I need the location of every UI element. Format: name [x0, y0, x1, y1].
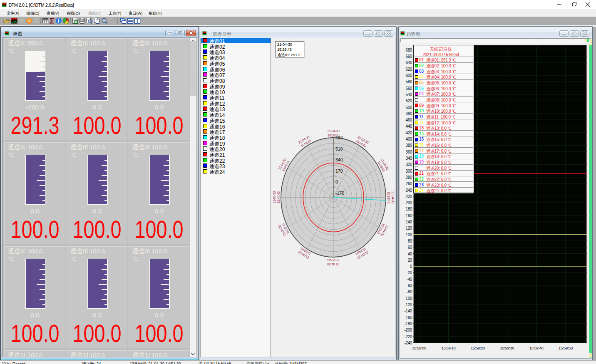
svg-text:15:29:43: 15:29:43	[327, 258, 339, 262]
svg-text:21-04-30: 21-04-30	[327, 262, 340, 266]
svg-text:340: 340	[335, 157, 343, 162]
svg-text:15:14:43: 15:14:43	[387, 192, 390, 204]
svg-text:14:59:43: 14:59:43	[328, 134, 340, 137]
svg-text:170: 170	[335, 168, 343, 173]
svg-text:21-04-30: 21-04-30	[391, 191, 395, 204]
svg-text:15:44:43: 15:44:43	[277, 191, 281, 203]
svg-text:21-04-30: 21-04-30	[273, 191, 276, 203]
svg-text:510: 510	[335, 146, 343, 151]
svg-text:21-04-30: 21-04-30	[328, 129, 340, 133]
svg-text:-170: -170	[335, 191, 344, 196]
svg-text:0: 0	[335, 179, 338, 184]
